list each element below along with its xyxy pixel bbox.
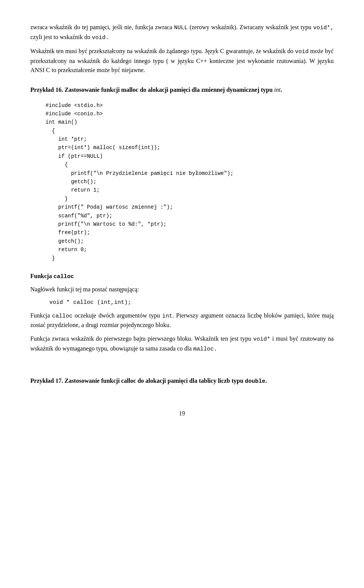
naglowek-text: Nagłówek funkcji tej ma postać następują… bbox=[30, 285, 334, 294]
page-number: 19 bbox=[30, 409, 334, 418]
funkcja-calloc-label: Funkcja bbox=[30, 273, 53, 279]
example-17-text: . Zastosowanie funkcji calloc do alokacj… bbox=[61, 377, 245, 384]
page-content: zwraca wskaźnik do tej pamięci, jeśli ni… bbox=[30, 23, 334, 418]
code-null: NULL bbox=[174, 25, 188, 31]
calloc-desc2-code: void* bbox=[253, 336, 270, 343]
code-void: void. bbox=[92, 35, 109, 41]
text-wskaznik-intro: Wskaźnik ten musi być przekształcony na … bbox=[30, 48, 295, 54]
example-16-heading: Przykład 16. Zastosowanie funkcji malloc… bbox=[30, 85, 334, 94]
example-16-label: Przykład 16. bbox=[30, 86, 63, 93]
text-void-rest: czyli jest to wskaźnik do bbox=[30, 34, 92, 40]
example-17-code: double bbox=[245, 378, 265, 385]
paragraph-2: Wskaźnik ten musi być przekształcony na … bbox=[30, 47, 334, 75]
calloc-header-signature: void * calloc (int,int); bbox=[49, 299, 334, 307]
paragraph-1: zwraca wskaźnik do tej pamięci, jeśli ni… bbox=[30, 23, 334, 42]
calloc-desc1-rest: oczekuje dwóch argumentów typu bbox=[72, 312, 162, 319]
calloc-desc1-code2: int bbox=[162, 313, 173, 319]
text-null-intro: zwraca wskaźnik do tej pamięci, jeśli ni… bbox=[30, 24, 174, 30]
calloc-description-1: Funkcja calloc oczekuje dwóch argumentów… bbox=[30, 311, 334, 330]
funkcja-calloc-heading: Funkcja calloc bbox=[30, 272, 334, 281]
example-16-italic: int bbox=[274, 86, 281, 93]
code-void-star: void*, bbox=[313, 25, 334, 31]
example-17-dot: . bbox=[265, 377, 267, 384]
calloc-desc2-code2: malloc. bbox=[193, 346, 217, 352]
example-17-label: Przykład 17 bbox=[30, 377, 61, 384]
calloc-desc1-code: calloc bbox=[52, 313, 72, 319]
example-16-dot: . bbox=[281, 86, 282, 93]
code-void-2: void bbox=[295, 49, 309, 55]
calloc-desc1-intro: Funkcja bbox=[30, 312, 52, 319]
example-16-text: Zastosowanie funkcji malloc do alokacji … bbox=[63, 86, 274, 93]
text-null-rest: (zerowy wskaźnik). Zwracany wskaźnik jes… bbox=[188, 24, 313, 30]
funkcja-calloc-code: calloc bbox=[53, 274, 74, 280]
code-block-malloc: #include <stdio.h> #include <conio.h> in… bbox=[46, 101, 334, 263]
calloc-desc2-intro: Funkcja zwraca wskaźnik do pierwszego ba… bbox=[30, 335, 253, 342]
example-17-heading: Przykład 17. Zastosowanie funkcji calloc… bbox=[30, 376, 334, 386]
calloc-description-2: Funkcja zwraca wskaźnik do pierwszego ba… bbox=[30, 334, 334, 354]
